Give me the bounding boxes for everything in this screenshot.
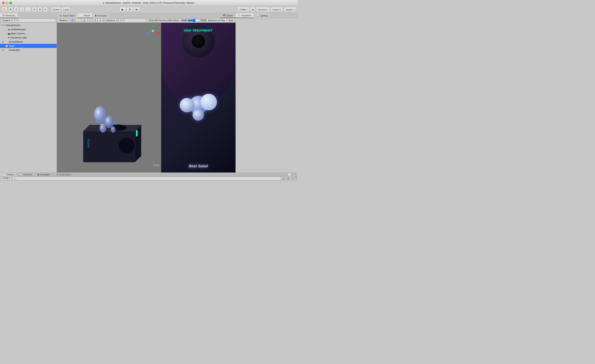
project-tab[interactable]: 📁 Project [0,173,17,176]
play-button[interactable]: ▶ [120,7,126,12]
hierarchy-label: Hierarchy [5,14,15,17]
favorites-header[interactable]: ▼ Favorites [0,181,44,182]
tree-item-pointlights[interactable]: ▶ 📁 PointLights [0,48,57,52]
refresh-icon[interactable]: ↺ [291,177,295,180]
window-title: ♦ SampleScene - AudYo - Android - Unity … [103,1,195,4]
tool-scale[interactable]: ⬚ [19,7,24,12]
minimize-button[interactable] [6,2,8,4]
game-viewport[interactable]: ODD TREATMENT Beat Salad [161,23,235,172]
shading-label: Shaded [59,19,66,21]
bottom-content: ▼ Favorites ○ All Materials ○ All Models… [0,181,298,182]
tool-custom2[interactable]: ✕ [43,7,48,12]
star-icon[interactable]: ★ [286,177,290,180]
tree-item-maincamera[interactable]: 📷 Main Camera [0,31,57,36]
layers-button[interactable]: Layers ▾ [271,7,283,12]
local-button[interactable]: Local [62,7,70,12]
mute-button[interactable]: Mute [227,19,235,22]
create-label: Create ▾ [2,177,10,179]
collab-button[interactable]: Collab ▾ [238,7,249,12]
inspector-tab[interactable]: 🔧 Inspector [235,13,254,18]
maximize-toggle[interactable]: Maximize On Play [207,19,227,22]
tool-move[interactable]: ✥ [8,7,13,12]
center-button[interactable]: Center [51,7,61,12]
2d-toggle[interactable]: 2D [70,19,75,22]
scene-3d-content: AudYo [63,90,156,172]
account-button[interactable]: Account ▾ [256,7,270,12]
scene-viewport[interactable]: Y X Z ← Persp [57,23,161,172]
tool-hand[interactable]: ✋ [2,7,7,12]
svg-point-30 [99,123,106,133]
beat-salad-label: Beat Salad [189,164,208,168]
resolution-label: 1920x1080 Portrait (1080x1920) ▾ [148,19,179,21]
maximize-button[interactable] [9,2,12,4]
gizmos-button[interactable]: Gizmos ▾ [105,19,116,22]
lighting-tab[interactable]: 💡 Lighting [254,13,271,18]
audio-mixer-tab[interactable]: 🎚 Audio Mixer [54,173,75,176]
toggle2[interactable]: ✕ [98,19,102,22]
effects-toggle[interactable]: ⬡ [88,19,92,22]
tool-custom1[interactable]: ⊗ [37,7,42,12]
bottom-toolbar: Create ▾ 🔒 ★ ↺ 9 [0,177,298,181]
game-3d-content: ODD TREATMENT Beat Salad [161,23,235,172]
layout-label: Layout [285,8,292,11]
game-title: ODD TREATMENT [184,29,212,32]
panel-tabs-row: ☰ Hierarchy 🏪 Asset Store ⬜ Scene ▶ Anim… [0,13,298,18]
cloud-button[interactable]: ☁ [250,7,255,12]
audio-toggle[interactable]: 🔊 [82,19,87,22]
folder-icon: 📁 [5,41,8,43]
tool-transform[interactable]: ⟲ [32,7,36,12]
object-icon: 📦 [8,28,11,31]
tree-item-soundobjects[interactable]: ▶ 📁 SoundObjects [0,40,57,44]
shading-button[interactable]: Shaded ▾ [58,19,69,22]
tree-item-dirlight[interactable]: ☀ Directional Light [0,36,57,40]
game-tab[interactable]: 🎮 Game [220,13,235,18]
title-bar: ♦ SampleScene - AudYo - Android - Unity … [0,0,298,6]
scene-search[interactable] [119,19,146,22]
collapse-icon[interactable]: ⬜ [288,173,291,176]
tree-label: SampleScene [6,24,21,26]
svg-text:X: X [158,32,159,34]
audio-mixer-icon: 🎚 [57,173,59,176]
scene-icon: ⬡ [4,24,6,27]
scene-tab[interactable]: ⬜ Scene [78,13,93,18]
hierarchy-tab[interactable]: ☰ Hierarchy [0,13,18,18]
create-button[interactable]: Create ▾ [1,19,12,22]
window-controls [2,2,12,4]
viewport-area: Y X Z ← Persp [57,23,235,172]
settings-icon[interactable]: ⋯ [292,173,296,176]
inspector-content [236,18,298,172]
animation-tab[interactable]: ▶ Animation [35,173,54,176]
console-tab[interactable]: 💬 Console [17,173,35,176]
project-create-button[interactable]: Create ▾ [1,177,12,180]
hierarchy-section: ☰ Hierarchy [0,13,57,18]
tool-rect[interactable]: ⬜ [25,7,31,12]
2d-label: 2D [71,19,74,21]
hierarchy-search[interactable] [12,19,56,22]
scale-label: Scale [182,19,187,21]
lighting-label: Lighting [260,14,268,17]
rect-icon: ⬜ [27,8,29,11]
animator-tab[interactable]: ▶ Animator [93,13,109,18]
svg-point-31 [111,126,116,133]
scale-slider[interactable] [188,19,200,22]
tool-rotate[interactable]: ↺ [14,7,19,12]
lighting-icon: 💡 [256,14,259,17]
collab-arrow: ▾ [247,8,248,10]
lock-icon[interactable]: 🔒 [282,177,285,180]
layout-button[interactable]: Layout ▾ [284,7,296,12]
resolution-button[interactable]: 1920x1080 Portrait (1080x1920) ▾ [147,19,181,22]
tree-item-audiomanager[interactable]: 📦 AudioManager [0,27,57,31]
tree-label: Stage [9,45,15,47]
tree-label: PointLights [9,49,20,51]
tree-item-stage[interactable]: ▼ 📁 Stage [0,44,57,48]
pause-button[interactable]: ⏸ [127,7,133,12]
step-button[interactable]: ⏭ [134,7,140,12]
tree-item-samplescene[interactable]: ▼ ⬡ SampleScene [0,23,57,27]
lighting-toggle[interactable]: 💡 [76,19,81,22]
project-search[interactable] [12,177,281,180]
asset-store-tab[interactable]: 🏪 Asset Store [57,13,78,18]
lighting-icon: 💡 [77,19,80,21]
close-button[interactable] [2,2,5,4]
toggle1[interactable]: 0 [93,19,97,22]
arrow-icon: ▼ [1,24,3,26]
